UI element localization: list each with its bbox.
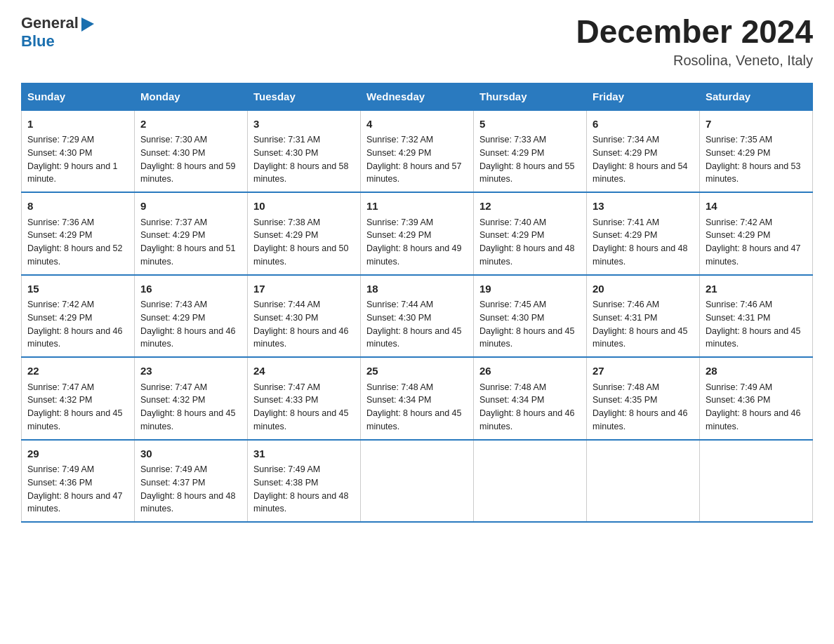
- calendar-table: Sunday Monday Tuesday Wednesday Thursday…: [21, 83, 813, 523]
- table-cell: 2Sunrise: 7:30 AMSunset: 4:30 PMDaylight…: [135, 110, 248, 193]
- header-friday: Friday: [587, 83, 700, 110]
- table-cell: 20Sunrise: 7:46 AMSunset: 4:31 PMDayligh…: [587, 275, 700, 358]
- table-cell: 9Sunrise: 7:37 AMSunset: 4:29 PMDaylight…: [135, 192, 248, 275]
- logo: General Blue: [21, 14, 95, 51]
- day-number: 17: [253, 281, 355, 297]
- table-cell: 5Sunrise: 7:33 AMSunset: 4:29 PMDaylight…: [474, 110, 587, 193]
- day-number: 13: [593, 199, 694, 215]
- day-number: 28: [706, 363, 807, 380]
- header-saturday: Saturday: [700, 83, 813, 110]
- day-number: 20: [593, 281, 694, 297]
- day-number: 31: [253, 446, 355, 462]
- page-header: General Blue December 2024 Rosolina, Ven…: [21, 14, 813, 69]
- week-row-1: 1Sunrise: 7:29 AMSunset: 4:30 PMDaylight…: [22, 110, 813, 193]
- day-number: 6: [593, 116, 694, 133]
- table-cell: 17Sunrise: 7:44 AMSunset: 4:30 PMDayligh…: [248, 275, 361, 358]
- table-cell: 12Sunrise: 7:40 AMSunset: 4:29 PMDayligh…: [474, 192, 587, 275]
- day-number: 21: [706, 281, 807, 297]
- day-number: 23: [140, 363, 241, 380]
- week-row-5: 29Sunrise: 7:49 AMSunset: 4:36 PMDayligh…: [22, 440, 813, 523]
- table-cell: 18Sunrise: 7:44 AMSunset: 4:30 PMDayligh…: [361, 275, 474, 358]
- table-cell: 10Sunrise: 7:38 AMSunset: 4:29 PMDayligh…: [248, 192, 361, 275]
- week-row-4: 22Sunrise: 7:47 AMSunset: 4:32 PMDayligh…: [22, 357, 813, 440]
- table-cell: 27Sunrise: 7:48 AMSunset: 4:35 PMDayligh…: [587, 357, 700, 440]
- day-number: 24: [253, 363, 355, 380]
- day-number: 2: [140, 116, 241, 133]
- day-number: 19: [479, 281, 581, 297]
- header-monday: Monday: [135, 83, 248, 110]
- weekday-header-row: Sunday Monday Tuesday Wednesday Thursday…: [22, 83, 813, 110]
- table-cell: [474, 440, 587, 523]
- svg-marker-0: [81, 18, 94, 32]
- table-cell: 3Sunrise: 7:31 AMSunset: 4:30 PMDaylight…: [248, 110, 361, 193]
- day-number: 1: [27, 116, 128, 133]
- day-number: 29: [27, 446, 128, 462]
- day-number: 15: [27, 281, 128, 297]
- day-number: 25: [366, 363, 468, 380]
- table-cell: 4Sunrise: 7:32 AMSunset: 4:29 PMDaylight…: [361, 110, 474, 193]
- header-wednesday: Wednesday: [361, 83, 474, 110]
- table-cell: 23Sunrise: 7:47 AMSunset: 4:32 PMDayligh…: [135, 357, 248, 440]
- day-number: 14: [706, 199, 807, 215]
- table-cell: 29Sunrise: 7:49 AMSunset: 4:36 PMDayligh…: [22, 440, 135, 523]
- day-number: 8: [27, 199, 128, 215]
- day-number: 27: [593, 363, 694, 380]
- header-thursday: Thursday: [474, 83, 587, 110]
- logo-blue-text: Blue: [21, 32, 55, 50]
- day-number: 18: [366, 281, 468, 297]
- day-number: 5: [479, 116, 581, 133]
- table-cell: 24Sunrise: 7:47 AMSunset: 4:33 PMDayligh…: [248, 357, 361, 440]
- logo-general-text: General: [21, 14, 79, 32]
- table-cell: 21Sunrise: 7:46 AMSunset: 4:31 PMDayligh…: [700, 275, 813, 358]
- table-cell: 26Sunrise: 7:48 AMSunset: 4:34 PMDayligh…: [474, 357, 587, 440]
- table-cell: 22Sunrise: 7:47 AMSunset: 4:32 PMDayligh…: [22, 357, 135, 440]
- logo-triangle-icon: [80, 16, 95, 32]
- table-cell: 14Sunrise: 7:42 AMSunset: 4:29 PMDayligh…: [700, 192, 813, 275]
- table-cell: 30Sunrise: 7:49 AMSunset: 4:37 PMDayligh…: [135, 440, 248, 523]
- day-number: 16: [140, 281, 241, 297]
- day-number: 22: [27, 363, 128, 380]
- day-number: 9: [140, 199, 241, 215]
- day-number: 30: [140, 446, 241, 462]
- day-number: 7: [706, 116, 807, 133]
- title-area: December 2024 Rosolina, Veneto, Italy: [576, 14, 813, 69]
- table-cell: 28Sunrise: 7:49 AMSunset: 4:36 PMDayligh…: [700, 357, 813, 440]
- table-cell: 16Sunrise: 7:43 AMSunset: 4:29 PMDayligh…: [135, 275, 248, 358]
- table-cell: 13Sunrise: 7:41 AMSunset: 4:29 PMDayligh…: [587, 192, 700, 275]
- table-cell: [700, 440, 813, 523]
- week-row-3: 15Sunrise: 7:42 AMSunset: 4:29 PMDayligh…: [22, 275, 813, 358]
- table-cell: 11Sunrise: 7:39 AMSunset: 4:29 PMDayligh…: [361, 192, 474, 275]
- day-number: 3: [253, 116, 355, 133]
- table-cell: [587, 440, 700, 523]
- table-cell: [361, 440, 474, 523]
- month-title: December 2024: [576, 14, 813, 50]
- table-cell: 8Sunrise: 7:36 AMSunset: 4:29 PMDaylight…: [22, 192, 135, 275]
- table-cell: 25Sunrise: 7:48 AMSunset: 4:34 PMDayligh…: [361, 357, 474, 440]
- table-cell: 31Sunrise: 7:49 AMSunset: 4:38 PMDayligh…: [248, 440, 361, 523]
- week-row-2: 8Sunrise: 7:36 AMSunset: 4:29 PMDaylight…: [22, 192, 813, 275]
- header-sunday: Sunday: [22, 83, 135, 110]
- table-cell: 15Sunrise: 7:42 AMSunset: 4:29 PMDayligh…: [22, 275, 135, 358]
- day-number: 4: [366, 116, 468, 133]
- location-subtitle: Rosolina, Veneto, Italy: [576, 53, 813, 69]
- day-number: 11: [366, 199, 468, 215]
- table-cell: 7Sunrise: 7:35 AMSunset: 4:29 PMDaylight…: [700, 110, 813, 193]
- table-cell: 19Sunrise: 7:45 AMSunset: 4:30 PMDayligh…: [474, 275, 587, 358]
- day-number: 10: [253, 199, 355, 215]
- day-number: 26: [479, 363, 581, 380]
- day-number: 12: [479, 199, 581, 215]
- table-cell: 1Sunrise: 7:29 AMSunset: 4:30 PMDaylight…: [22, 110, 135, 193]
- header-tuesday: Tuesday: [248, 83, 361, 110]
- table-cell: 6Sunrise: 7:34 AMSunset: 4:29 PMDaylight…: [587, 110, 700, 193]
